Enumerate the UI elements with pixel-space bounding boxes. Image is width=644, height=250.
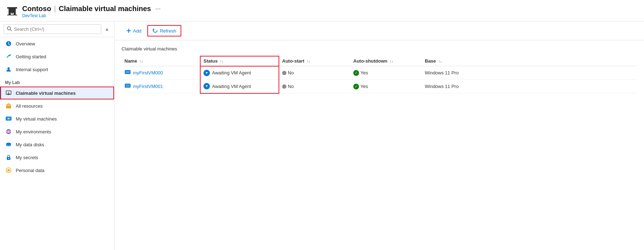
awaiting-agent-icon-1 bbox=[203, 83, 210, 89]
support-icon bbox=[5, 66, 12, 73]
overview-icon bbox=[5, 40, 12, 47]
add-icon bbox=[126, 28, 131, 33]
vm-autoshutdown-1: Yes bbox=[360, 84, 368, 89]
add-button[interactable]: Add bbox=[122, 26, 146, 36]
vm-link-0[interactable]: myFirstVM000 bbox=[124, 69, 197, 77]
vm-base-cell-1: Windows 11 Pro bbox=[422, 80, 637, 93]
lab-link[interactable]: DevTest Lab bbox=[22, 13, 161, 18]
table-header-row: Name ↑↓ Status ↑↓ Auto-start ↑↓ Auto-s bbox=[122, 56, 637, 66]
svg-point-4 bbox=[8, 67, 10, 69]
sidebar-item-all-resources[interactable]: All resources bbox=[0, 99, 114, 112]
vm-autostart-cell-1: No bbox=[279, 80, 350, 93]
sidebar-item-my-data-disks-label: My data disks bbox=[16, 142, 44, 147]
my-lab-section-label: My Lab bbox=[0, 76, 114, 87]
autoshutdown-yes-icon-1: ✓ bbox=[353, 84, 359, 89]
content-area: Add Refresh Claimable virtual machines N… bbox=[114, 21, 644, 250]
auto-start-sort-icon[interactable]: ↑↓ bbox=[307, 59, 310, 63]
vms-table: Name ↑↓ Status ↑↓ Auto-start ↑↓ Auto-s bbox=[122, 56, 637, 94]
top-bar: Contoso | Claimable virtual machines ···… bbox=[0, 0, 644, 21]
auto-shutdown-sort-icon[interactable]: ↑↓ bbox=[390, 59, 393, 63]
search-input[interactable] bbox=[14, 26, 98, 32]
getting-started-icon bbox=[5, 53, 12, 60]
col-header-name[interactable]: Name ↑↓ bbox=[122, 56, 200, 66]
sidebar-item-internal-support-label: Internal support bbox=[16, 67, 48, 72]
svg-point-15 bbox=[8, 158, 9, 159]
sidebar-item-all-resources-label: All resources bbox=[16, 103, 43, 109]
col-header-status[interactable]: Status ↑↓ bbox=[200, 56, 279, 66]
sidebar-item-overview-label: Overview bbox=[16, 41, 35, 46]
search-box[interactable] bbox=[4, 24, 101, 34]
sidebar-item-getting-started-label: Getting started bbox=[16, 54, 46, 59]
svg-rect-24 bbox=[126, 84, 130, 87]
awaiting-agent-icon-0 bbox=[203, 70, 210, 76]
status-sort-icon[interactable]: ↑↓ bbox=[220, 59, 223, 63]
main-layout: « Overview Getting started bbox=[0, 21, 644, 250]
svg-line-2 bbox=[10, 30, 12, 31]
search-row: « bbox=[0, 21, 114, 37]
status-display-0: Awaiting VM Agent bbox=[203, 70, 276, 76]
col-header-auto-start[interactable]: Auto-start ↑↓ bbox=[279, 56, 350, 66]
sidebar-item-claimable-vms[interactable]: Claimable virtual machines bbox=[0, 87, 114, 99]
my-vms-icon bbox=[5, 115, 12, 122]
vm-name-0: myFirstVM000 bbox=[133, 70, 163, 75]
table-section-title: Claimable virtual machines bbox=[122, 46, 637, 52]
vm-status-0: Awaiting VM Agent bbox=[212, 70, 251, 75]
sidebar-item-claimable-vms-label: Claimable virtual machines bbox=[16, 90, 76, 96]
svg-point-9 bbox=[8, 118, 9, 119]
sidebar-item-my-environments[interactable]: My environments bbox=[0, 125, 114, 138]
status-display-1: Awaiting VM Agent bbox=[203, 83, 276, 89]
table-row: myFirstVM000 bbox=[122, 66, 637, 80]
sidebar-item-my-environments-label: My environments bbox=[16, 129, 51, 134]
title-divider: | bbox=[54, 5, 56, 13]
sidebar-item-getting-started[interactable]: Getting started bbox=[0, 50, 114, 63]
vm-name-cell-0: myFirstVM000 bbox=[122, 66, 200, 80]
col-header-base[interactable]: Base ↑↓ bbox=[422, 56, 637, 66]
refresh-icon bbox=[152, 28, 158, 34]
vm-base-0: Windows 11 Pro bbox=[425, 70, 459, 75]
claimable-vms-icon bbox=[5, 89, 12, 97]
my-secrets-icon bbox=[5, 154, 12, 161]
sidebar-item-overview[interactable]: Overview bbox=[0, 37, 114, 50]
sidebar-item-my-secrets[interactable]: My secrets bbox=[0, 151, 114, 164]
vm-icon-0 bbox=[124, 69, 131, 77]
svg-point-13 bbox=[6, 144, 11, 146]
vm-link-1[interactable]: myFirstVM001 bbox=[124, 83, 197, 90]
search-icon bbox=[7, 26, 12, 32]
vm-autoshutdown-cell-0: ✓ Yes bbox=[350, 66, 422, 80]
refresh-button[interactable]: Refresh bbox=[147, 25, 181, 36]
base-sort-icon[interactable]: ↑↓ bbox=[438, 59, 442, 63]
contoso-icon bbox=[6, 5, 19, 18]
sidebar-item-my-data-disks[interactable]: My data disks bbox=[0, 138, 114, 151]
vm-autostart-1: No bbox=[288, 84, 294, 89]
sidebar-item-my-vms-label: My virtual machines bbox=[16, 116, 57, 122]
sidebar-item-personal-data[interactable]: Personal data bbox=[0, 164, 114, 177]
sidebar: « Overview Getting started bbox=[0, 21, 114, 250]
autoshutdown-yes-icon-0: ✓ bbox=[353, 70, 359, 76]
vm-status-cell-1: Awaiting VM Agent bbox=[200, 80, 279, 93]
vm-base-cell-0: Windows 11 Pro bbox=[422, 66, 637, 80]
sidebar-item-my-secrets-label: My secrets bbox=[16, 155, 38, 160]
table-row: myFirstVM001 bbox=[122, 80, 637, 93]
vm-name-cell-1: myFirstVM001 bbox=[122, 80, 200, 93]
refresh-label: Refresh bbox=[160, 28, 176, 34]
page-title: Claimable virtual machines bbox=[59, 5, 151, 13]
sidebar-item-internal-support[interactable]: Internal support bbox=[0, 63, 114, 76]
vm-autostart-0: No bbox=[288, 70, 294, 75]
col-header-auto-shutdown[interactable]: Auto-shutdown ↑↓ bbox=[350, 56, 422, 66]
vm-icon-1 bbox=[124, 83, 131, 90]
sidebar-item-my-vms[interactable]: My virtual machines bbox=[0, 112, 114, 125]
vm-status-1: Awaiting VM Agent bbox=[212, 84, 251, 89]
my-data-disks-icon bbox=[5, 141, 12, 148]
vm-autoshutdown-0: Yes bbox=[360, 70, 368, 75]
add-label: Add bbox=[133, 28, 141, 34]
more-options-button[interactable]: ··· bbox=[155, 5, 161, 13]
vm-status-cell-0: Awaiting VM Agent bbox=[200, 66, 279, 80]
table-section: Claimable virtual machines Name ↑↓ Statu… bbox=[114, 40, 644, 250]
personal-data-icon bbox=[5, 167, 12, 174]
collapse-sidebar-button[interactable]: « bbox=[103, 25, 110, 34]
title-group: Contoso | Claimable virtual machines ···… bbox=[22, 5, 161, 18]
name-sort-icon[interactable]: ↑↓ bbox=[139, 59, 143, 63]
svg-rect-20 bbox=[126, 71, 130, 73]
vm-autostart-cell-0: No bbox=[279, 66, 350, 80]
svg-rect-0 bbox=[7, 7, 17, 9]
